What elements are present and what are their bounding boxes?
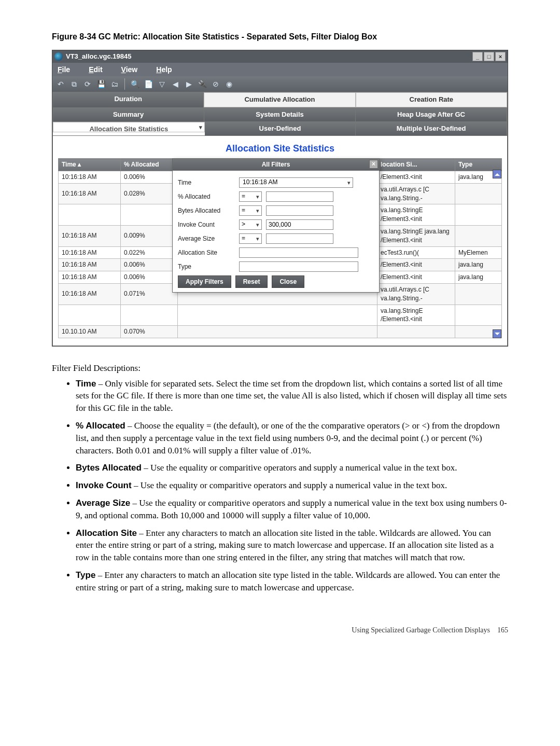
table-cell: 0.006% [121,271,178,284]
th-location-site[interactable]: location Si... [377,159,455,171]
filter-bytes-op[interactable]: = [239,205,262,216]
table-cell [455,204,502,226]
refresh-icon[interactable]: ⟳ [82,79,93,89]
filter-type-value[interactable] [239,261,358,272]
panel-title: Allocation Site Statistics [53,136,507,158]
table-cell: 0.070% [121,326,178,338]
record-icon[interactable]: ◉ [224,79,234,89]
table-cell: 0.071% [121,283,178,305]
forward-icon[interactable]: ▶ [184,79,194,89]
table-cell: va.lang.StringE /Element3.<init [377,204,455,226]
window-title: VT3_alloc.vgc.19845 [66,52,131,61]
content-area: Time ▴ % Allocated B location Si... Type… [53,158,507,346]
tab-multiple-user-defined[interactable]: Multiple User-Defined [356,122,507,135]
tab-user-defined[interactable]: User-Defined [205,122,356,135]
table-cell: 0.006% [121,259,178,271]
tab-heap-usage[interactable]: Heap Usage After GC [356,108,507,121]
table-cell [178,326,377,338]
tab-duration[interactable]: Duration [53,92,204,107]
tab-creation-rate[interactable]: Creation Rate [356,92,507,107]
list-item: Bytes Allocated – Use the equality or co… [76,462,508,474]
menu-file[interactable]: File [58,65,70,75]
tab-cumulative-allocation[interactable]: Cumulative Allocation [204,92,355,107]
table-cell [455,283,502,305]
filter-avg-op[interactable]: = [239,233,262,244]
list-item: % Allocated – Choose the equality = (the… [76,420,508,457]
table-cell: 0.022% [121,246,178,259]
table-cell [178,305,377,326]
filter-time-select[interactable]: 10:16:18 AM [239,177,353,188]
minimize-button[interactable]: _ [472,52,483,61]
menu-view[interactable]: View [121,65,138,75]
window-titlebar: VT3_alloc.vgc.19845 _ □ × [52,50,508,63]
table-cell: /Element3.<init [377,259,455,271]
table-cell: java.lang [455,259,502,271]
th-type[interactable]: Type [455,159,502,171]
table-cell: va.lang.StringE java.lang /Element3.<ini… [377,225,455,246]
th-pct-allocated[interactable]: % Allocated [121,159,178,171]
copy-icon[interactable]: ⧉ [69,79,79,89]
plug-icon[interactable]: 🔌 [197,79,207,89]
filter-pct-op[interactable]: = [239,191,262,202]
filter-site-value[interactable] [239,247,358,258]
table-cell [59,305,121,326]
table-cell: va.lang.StringE /Element3.<init [377,305,455,326]
reset-button[interactable]: Reset [235,275,268,288]
stop-icon[interactable]: ⊘ [211,79,221,89]
filter-avg-label: Average Size [178,234,235,243]
tab-allocation-site-statistics[interactable]: Allocation Site Statistics [53,122,205,132]
saveall-icon[interactable]: 🗂 [109,79,120,89]
close-button[interactable]: × [495,52,506,61]
list-item: Time – Only visible for separated sets. … [76,378,508,415]
app-window: VT3_alloc.vgc.19845 _ □ × File Edit View… [52,50,508,347]
table-cell [455,225,502,246]
filter-avg-value[interactable] [266,233,333,244]
table-cell: 0.028% [121,183,178,204]
back-icon[interactable]: ◀ [170,79,180,89]
table-cell: ecTest3.run()( [377,246,455,259]
scroll-up-icon[interactable] [493,170,501,178]
filter-invoke-value[interactable] [266,219,333,230]
table-row[interactable]: 10.10.10 AM0.070% [59,326,502,338]
table-cell [121,305,178,326]
maximize-button[interactable]: □ [484,52,494,61]
filter-bytes-value[interactable] [266,205,333,216]
app-icon [54,52,63,61]
filter-bytes-label: Bytes Allocated [178,206,235,215]
zoom-icon[interactable]: 🔍 [130,79,140,89]
descriptions-heading: Filter Field Descriptions: [52,362,508,375]
apply-filters-button[interactable]: Apply Filters [178,275,231,288]
filter-pct-value[interactable] [266,191,333,202]
table-row[interactable]: va.lang.StringE /Element3.<init [59,305,502,326]
table-cell: 0.006% [121,171,178,183]
table-cell: 10:16:18 AM [59,259,121,271]
table-cell [377,326,455,338]
table-cell [455,183,502,204]
table-cell: 10.10.10 AM [59,326,121,338]
close-filter-button[interactable]: Close [272,275,304,288]
table-cell: 10:16:18 AM [59,283,121,305]
tab-system-details[interactable]: System Details [204,108,356,121]
toolbar: ↶ ⧉ ⟳ 💾 🗂 🔍 📄 ▽ ◀ ▶ 🔌 ⊘ ◉ [52,76,508,92]
scroll-down-icon[interactable] [493,329,501,338]
save-icon[interactable]: 💾 [96,79,106,89]
undo-icon[interactable]: ↶ [55,79,66,89]
tab-summary[interactable]: Summary [53,108,204,121]
table-cell: /Element3.<init [377,171,455,183]
filter-dialog-title: All Filters × [173,159,379,171]
figure-caption: Figure 8-34 GC Metric: Allocation Site S… [52,31,508,43]
filter-close-icon[interactable]: × [369,160,378,169]
filter-pct-label: % Allocated [178,192,235,201]
menu-help[interactable]: Help [156,65,172,75]
table-cell: 10:16:18 AM [59,225,121,246]
filter-invoke-op[interactable]: > [239,219,262,230]
filter-dialog-title-text: All Filters [262,161,290,168]
filter-icon[interactable]: ▽ [157,79,167,89]
menu-edit[interactable]: Edit [89,65,102,75]
filter-field-descriptions: Filter Field Descriptions: Time – Only v… [52,362,508,594]
filter-site-label: Allocation Site [178,248,235,257]
table-cell: java.lang [455,271,502,284]
filter-type-label: Type [178,263,235,271]
th-time[interactable]: Time ▴ [59,159,121,171]
page-icon[interactable]: 📄 [143,79,153,89]
